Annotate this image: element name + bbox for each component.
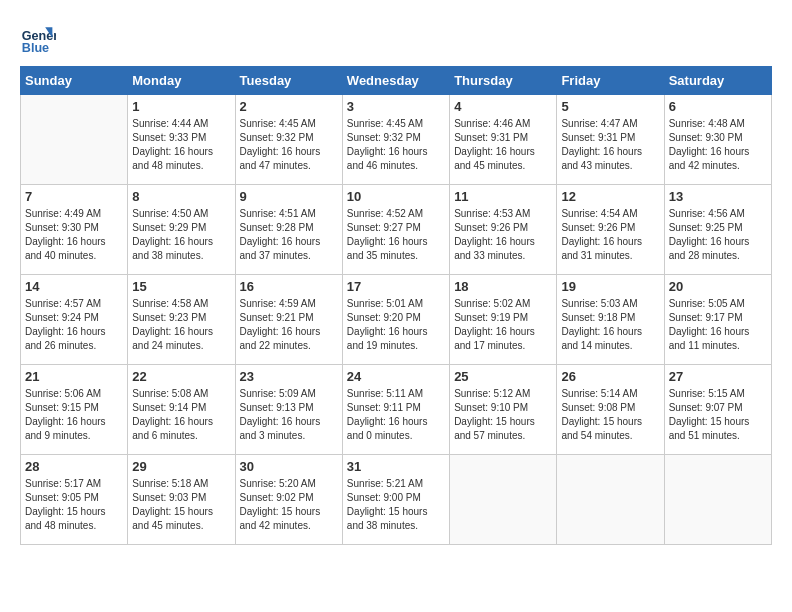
calendar-cell: 26Sunrise: 5:14 AM Sunset: 9:08 PM Dayli…	[557, 365, 664, 455]
day-info: Sunrise: 5:15 AM Sunset: 9:07 PM Dayligh…	[669, 387, 767, 443]
day-info: Sunrise: 4:52 AM Sunset: 9:27 PM Dayligh…	[347, 207, 445, 263]
day-info: Sunrise: 5:18 AM Sunset: 9:03 PM Dayligh…	[132, 477, 230, 533]
day-info: Sunrise: 5:01 AM Sunset: 9:20 PM Dayligh…	[347, 297, 445, 353]
calendar-cell: 9Sunrise: 4:51 AM Sunset: 9:28 PM Daylig…	[235, 185, 342, 275]
calendar-cell: 18Sunrise: 5:02 AM Sunset: 9:19 PM Dayli…	[450, 275, 557, 365]
calendar-cell: 24Sunrise: 5:11 AM Sunset: 9:11 PM Dayli…	[342, 365, 449, 455]
calendar-table: SundayMondayTuesdayWednesdayThursdayFrid…	[20, 66, 772, 545]
day-info: Sunrise: 4:51 AM Sunset: 9:28 PM Dayligh…	[240, 207, 338, 263]
calendar-body: 1Sunrise: 4:44 AM Sunset: 9:33 PM Daylig…	[21, 95, 772, 545]
week-row-3: 14Sunrise: 4:57 AM Sunset: 9:24 PM Dayli…	[21, 275, 772, 365]
calendar-cell: 11Sunrise: 4:53 AM Sunset: 9:26 PM Dayli…	[450, 185, 557, 275]
day-info: Sunrise: 4:45 AM Sunset: 9:32 PM Dayligh…	[347, 117, 445, 173]
day-info: Sunrise: 4:53 AM Sunset: 9:26 PM Dayligh…	[454, 207, 552, 263]
svg-text:Blue: Blue	[22, 41, 49, 55]
day-number: 11	[454, 189, 552, 204]
calendar-cell: 4Sunrise: 4:46 AM Sunset: 9:31 PM Daylig…	[450, 95, 557, 185]
weekday-wednesday: Wednesday	[342, 67, 449, 95]
day-number: 3	[347, 99, 445, 114]
calendar-cell: 28Sunrise: 5:17 AM Sunset: 9:05 PM Dayli…	[21, 455, 128, 545]
day-info: Sunrise: 4:49 AM Sunset: 9:30 PM Dayligh…	[25, 207, 123, 263]
day-number: 17	[347, 279, 445, 294]
day-number: 12	[561, 189, 659, 204]
day-number: 31	[347, 459, 445, 474]
calendar-cell: 6Sunrise: 4:48 AM Sunset: 9:30 PM Daylig…	[664, 95, 771, 185]
calendar-cell: 10Sunrise: 4:52 AM Sunset: 9:27 PM Dayli…	[342, 185, 449, 275]
page-header: General Blue	[20, 20, 772, 56]
day-info: Sunrise: 4:50 AM Sunset: 9:29 PM Dayligh…	[132, 207, 230, 263]
calendar-cell: 20Sunrise: 5:05 AM Sunset: 9:17 PM Dayli…	[664, 275, 771, 365]
day-info: Sunrise: 5:03 AM Sunset: 9:18 PM Dayligh…	[561, 297, 659, 353]
day-number: 26	[561, 369, 659, 384]
day-number: 5	[561, 99, 659, 114]
day-number: 10	[347, 189, 445, 204]
day-number: 14	[25, 279, 123, 294]
day-number: 8	[132, 189, 230, 204]
day-number: 21	[25, 369, 123, 384]
day-info: Sunrise: 4:54 AM Sunset: 9:26 PM Dayligh…	[561, 207, 659, 263]
day-number: 23	[240, 369, 338, 384]
day-number: 18	[454, 279, 552, 294]
calendar-cell: 25Sunrise: 5:12 AM Sunset: 9:10 PM Dayli…	[450, 365, 557, 455]
calendar-cell: 5Sunrise: 4:47 AM Sunset: 9:31 PM Daylig…	[557, 95, 664, 185]
day-number: 22	[132, 369, 230, 384]
weekday-friday: Friday	[557, 67, 664, 95]
day-number: 29	[132, 459, 230, 474]
calendar-cell: 8Sunrise: 4:50 AM Sunset: 9:29 PM Daylig…	[128, 185, 235, 275]
week-row-1: 1Sunrise: 4:44 AM Sunset: 9:33 PM Daylig…	[21, 95, 772, 185]
day-number: 9	[240, 189, 338, 204]
day-info: Sunrise: 5:08 AM Sunset: 9:14 PM Dayligh…	[132, 387, 230, 443]
day-number: 19	[561, 279, 659, 294]
day-info: Sunrise: 4:57 AM Sunset: 9:24 PM Dayligh…	[25, 297, 123, 353]
day-number: 6	[669, 99, 767, 114]
day-number: 30	[240, 459, 338, 474]
day-info: Sunrise: 4:58 AM Sunset: 9:23 PM Dayligh…	[132, 297, 230, 353]
day-number: 16	[240, 279, 338, 294]
day-number: 15	[132, 279, 230, 294]
calendar-cell: 29Sunrise: 5:18 AM Sunset: 9:03 PM Dayli…	[128, 455, 235, 545]
calendar-cell: 3Sunrise: 4:45 AM Sunset: 9:32 PM Daylig…	[342, 95, 449, 185]
day-info: Sunrise: 5:17 AM Sunset: 9:05 PM Dayligh…	[25, 477, 123, 533]
logo-icon: General Blue	[20, 20, 56, 56]
day-info: Sunrise: 4:44 AM Sunset: 9:33 PM Dayligh…	[132, 117, 230, 173]
weekday-sunday: Sunday	[21, 67, 128, 95]
calendar-cell: 27Sunrise: 5:15 AM Sunset: 9:07 PM Dayli…	[664, 365, 771, 455]
calendar-cell: 12Sunrise: 4:54 AM Sunset: 9:26 PM Dayli…	[557, 185, 664, 275]
week-row-4: 21Sunrise: 5:06 AM Sunset: 9:15 PM Dayli…	[21, 365, 772, 455]
day-number: 28	[25, 459, 123, 474]
day-info: Sunrise: 5:12 AM Sunset: 9:10 PM Dayligh…	[454, 387, 552, 443]
weekday-saturday: Saturday	[664, 67, 771, 95]
day-number: 25	[454, 369, 552, 384]
calendar-cell	[557, 455, 664, 545]
calendar-cell: 15Sunrise: 4:58 AM Sunset: 9:23 PM Dayli…	[128, 275, 235, 365]
weekday-thursday: Thursday	[450, 67, 557, 95]
day-info: Sunrise: 5:11 AM Sunset: 9:11 PM Dayligh…	[347, 387, 445, 443]
week-row-2: 7Sunrise: 4:49 AM Sunset: 9:30 PM Daylig…	[21, 185, 772, 275]
day-info: Sunrise: 5:09 AM Sunset: 9:13 PM Dayligh…	[240, 387, 338, 443]
day-info: Sunrise: 4:45 AM Sunset: 9:32 PM Dayligh…	[240, 117, 338, 173]
day-number: 13	[669, 189, 767, 204]
day-info: Sunrise: 5:06 AM Sunset: 9:15 PM Dayligh…	[25, 387, 123, 443]
day-info: Sunrise: 5:02 AM Sunset: 9:19 PM Dayligh…	[454, 297, 552, 353]
day-number: 7	[25, 189, 123, 204]
day-info: Sunrise: 5:20 AM Sunset: 9:02 PM Dayligh…	[240, 477, 338, 533]
calendar-cell: 13Sunrise: 4:56 AM Sunset: 9:25 PM Dayli…	[664, 185, 771, 275]
calendar-cell	[450, 455, 557, 545]
calendar-cell	[21, 95, 128, 185]
calendar-cell: 23Sunrise: 5:09 AM Sunset: 9:13 PM Dayli…	[235, 365, 342, 455]
calendar-cell: 2Sunrise: 4:45 AM Sunset: 9:32 PM Daylig…	[235, 95, 342, 185]
weekday-monday: Monday	[128, 67, 235, 95]
day-info: Sunrise: 4:47 AM Sunset: 9:31 PM Dayligh…	[561, 117, 659, 173]
calendar-cell: 16Sunrise: 4:59 AM Sunset: 9:21 PM Dayli…	[235, 275, 342, 365]
day-number: 20	[669, 279, 767, 294]
logo: General Blue	[20, 20, 62, 56]
day-number: 4	[454, 99, 552, 114]
day-number: 24	[347, 369, 445, 384]
day-info: Sunrise: 4:59 AM Sunset: 9:21 PM Dayligh…	[240, 297, 338, 353]
calendar-cell: 7Sunrise: 4:49 AM Sunset: 9:30 PM Daylig…	[21, 185, 128, 275]
day-number: 1	[132, 99, 230, 114]
weekday-header-row: SundayMondayTuesdayWednesdayThursdayFrid…	[21, 67, 772, 95]
day-info: Sunrise: 4:48 AM Sunset: 9:30 PM Dayligh…	[669, 117, 767, 173]
day-info: Sunrise: 5:21 AM Sunset: 9:00 PM Dayligh…	[347, 477, 445, 533]
day-info: Sunrise: 4:46 AM Sunset: 9:31 PM Dayligh…	[454, 117, 552, 173]
